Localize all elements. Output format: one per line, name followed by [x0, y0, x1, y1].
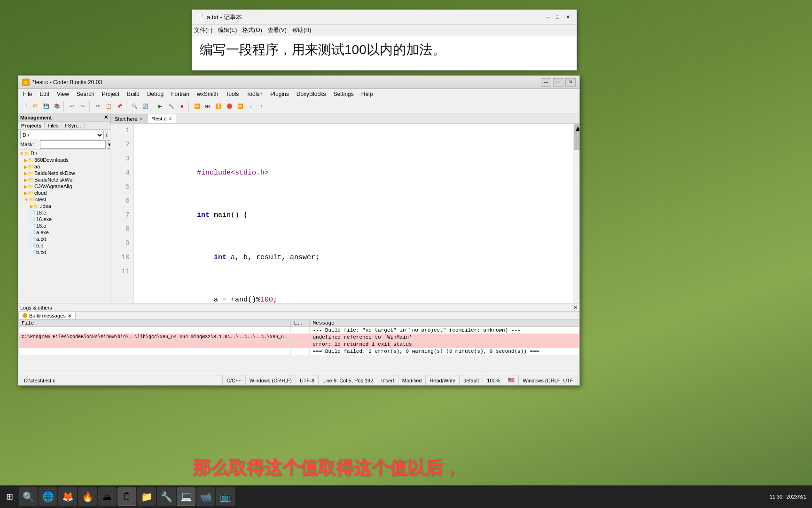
tab-start-here[interactable]: Start here ✕ — [110, 114, 147, 123]
scroll-up-btn[interactable]: ▲ — [574, 124, 579, 131]
tree-label-d: D:\ — [31, 151, 37, 156]
menu-help[interactable]: Help — [358, 90, 377, 98]
tb-new[interactable]: 📄 — [19, 101, 30, 111]
path-up-btn[interactable]: ↑ — [105, 131, 108, 139]
tb-stop[interactable]: ■ — [177, 101, 187, 111]
tb-run[interactable]: ▶ — [155, 101, 165, 111]
tb-copy[interactable]: 📋 — [103, 101, 114, 111]
tb-step[interactable]: ↓ — [246, 101, 256, 111]
notepad-menu-format[interactable]: 格式(O) — [242, 26, 262, 34]
taskbar-recorder[interactable]: 📹 — [196, 487, 215, 506]
taskbar-media[interactable]: 📺 — [216, 487, 235, 506]
tb-redo[interactable]: ↪ — [78, 101, 88, 111]
menu-tools[interactable]: Tools — [222, 90, 242, 98]
tree-item-16c[interactable]: 📄 16.c — [18, 209, 110, 216]
menu-search[interactable]: Search — [73, 90, 98, 98]
tree-item-d[interactable]: ▼📁 D:\ — [18, 150, 110, 157]
tab-start-close[interactable]: ✕ — [139, 116, 143, 121]
notepad-maximize[interactable]: □ — [553, 14, 562, 20]
menu-view[interactable]: View — [53, 90, 73, 98]
notepad-menu-edit[interactable]: 编辑(E) — [218, 26, 237, 34]
tb-debug3[interactable]: ⏬ — [213, 101, 224, 111]
menu-doxyblocks[interactable]: DoxyBlocks — [293, 90, 330, 98]
line-num-9: 9 — [114, 237, 130, 251]
log-file-2: C:\Program Files\CodeBlocks\MinGW\bin\..… — [110, 334, 291, 341]
tree-item-cjava[interactable]: ▶📁 CJAVAgradeAlig — [18, 183, 110, 190]
taskbar-search[interactable]: 🔍 — [19, 487, 38, 506]
mask-input[interactable] — [40, 140, 106, 149]
tb-save[interactable]: 💾 — [41, 101, 51, 111]
log-line-1 — [291, 327, 310, 334]
mgmt-tab-projects[interactable]: Projects — [18, 122, 45, 129]
cb-maximize[interactable]: □ — [553, 78, 563, 87]
mgmt-tab-files[interactable]: Files — [45, 122, 62, 129]
menu-build[interactable]: Build — [123, 90, 143, 98]
taskbar-settings[interactable]: 🔧 — [157, 487, 176, 506]
tree-item-atxt[interactable]: 📄 a.txt — [18, 236, 110, 242]
tb-sep2 — [89, 101, 91, 111]
menu-project[interactable]: Project — [98, 90, 123, 98]
cb-minimize[interactable]: ─ — [541, 78, 551, 87]
tb-next[interactable]: ⏩ — [235, 101, 245, 111]
tb-save-all[interactable]: 📚 — [52, 101, 62, 111]
taskbar: ⊞ 🔍 🌐 🦊 🔥 ⛰ 🗒 📁 🔧 💻 📹 📺 11:30 2023/3/1 — [0, 485, 812, 508]
tb-open[interactable]: 📂 — [30, 101, 40, 111]
menu-edit[interactable]: Edit — [36, 90, 53, 98]
menu-tools-plus[interactable]: Tools+ — [242, 90, 266, 98]
tree-item-baidu2[interactable]: ▶📁 BaiduNetdiskWo — [18, 176, 110, 183]
taskbar-firefox2[interactable]: 🔥 — [78, 487, 97, 506]
taskbar-photos[interactable]: ⛰ — [98, 487, 117, 506]
tb-paste[interactable]: 📌 — [114, 101, 125, 111]
notepad-menu-help[interactable]: 帮助(H) — [292, 26, 312, 34]
notepad-minimize[interactable]: ─ — [543, 14, 553, 20]
taskbar-notepad[interactable]: 🗒 — [117, 487, 136, 506]
tree-item-360[interactable]: ▶📁 360Downloads — [18, 157, 110, 163]
taskbar-start[interactable]: ⊞ — [2, 489, 17, 504]
taskbar-edge[interactable]: 🌐 — [39, 487, 57, 506]
notepad-win-controls: ─ □ ✕ — [543, 14, 573, 20]
tb-debug2[interactable]: ⏭ — [203, 101, 213, 111]
mgmt-close[interactable]: ✕ — [104, 114, 108, 120]
menu-settings[interactable]: Settings — [329, 90, 357, 98]
tb-find[interactable]: 🔍 — [129, 101, 140, 111]
tree-item-aexe[interactable]: 📄 a.exe — [18, 229, 110, 236]
taskbar-codeblocks[interactable]: 💻 — [177, 487, 195, 506]
notepad-menu-file[interactable]: 文件(F) — [194, 26, 212, 34]
tree-item-ctest[interactable]: ▼📁 ctest — [18, 196, 110, 203]
tb-breakpoint[interactable]: 🔴 — [224, 101, 234, 111]
tb-replace[interactable]: 🔄 — [140, 101, 150, 111]
cb-close[interactable]: ✕ — [565, 78, 576, 87]
menu-fortran[interactable]: Fortran — [167, 90, 193, 98]
menu-wxsmith[interactable]: wxSmith — [193, 90, 222, 98]
menu-debug[interactable]: Debug — [143, 90, 167, 98]
tree-item-btxt[interactable]: 📄 b.txt — [18, 249, 110, 255]
tb-undo[interactable]: ↩ — [67, 101, 77, 111]
tree-item-16exe[interactable]: 📄 16.exe — [18, 216, 110, 222]
mgmt-tab-fsyn[interactable]: FSyn... — [62, 122, 85, 129]
path-select[interactable]: D:\ — [20, 131, 104, 139]
folder-icon-idea: ▶📁 — [30, 204, 39, 209]
menu-plugins[interactable]: Plugins — [266, 90, 292, 98]
taskbar-firefox[interactable]: 🦊 — [58, 487, 77, 506]
taskbar-explorer[interactable]: 📁 — [137, 487, 156, 506]
line-num-10: 10 — [114, 251, 130, 265]
status-zoom: 100% — [483, 375, 504, 385]
tab-testc-close[interactable]: ✕ — [168, 116, 172, 121]
tree-item-baidu1[interactable]: ▶📁 BaiduNetdiskDow — [18, 170, 110, 176]
tb-debug[interactable]: ⏩ — [192, 101, 202, 111]
tb-build[interactable]: 🔨 — [166, 101, 176, 111]
tree-item-16o[interactable]: 📄 16.o — [18, 222, 110, 229]
menu-file[interactable]: File — [19, 90, 36, 98]
notepad-close[interactable]: ✕ — [563, 14, 573, 20]
tree-item-idea[interactable]: ▶📁 .idea — [18, 203, 110, 209]
logs-close[interactable]: ✕ — [573, 304, 578, 310]
scroll-thumb-v[interactable] — [574, 131, 579, 150]
tb-stepout[interactable]: ↑ — [257, 101, 267, 111]
tree-item-cloud[interactable]: ▶📁 cloud — [18, 190, 110, 196]
tb-cut[interactable]: ✂ — [93, 101, 103, 111]
tree-item-aa[interactable]: ▶📁 aa — [18, 163, 110, 170]
tab-testc[interactable]: *test.c ✕ — [148, 114, 176, 123]
notepad-menu-view[interactable]: 查看(V) — [268, 26, 287, 34]
tree-item-bc[interactable]: 📄 b.c — [18, 242, 110, 249]
file-icon-btxt: 📄 — [30, 250, 35, 255]
